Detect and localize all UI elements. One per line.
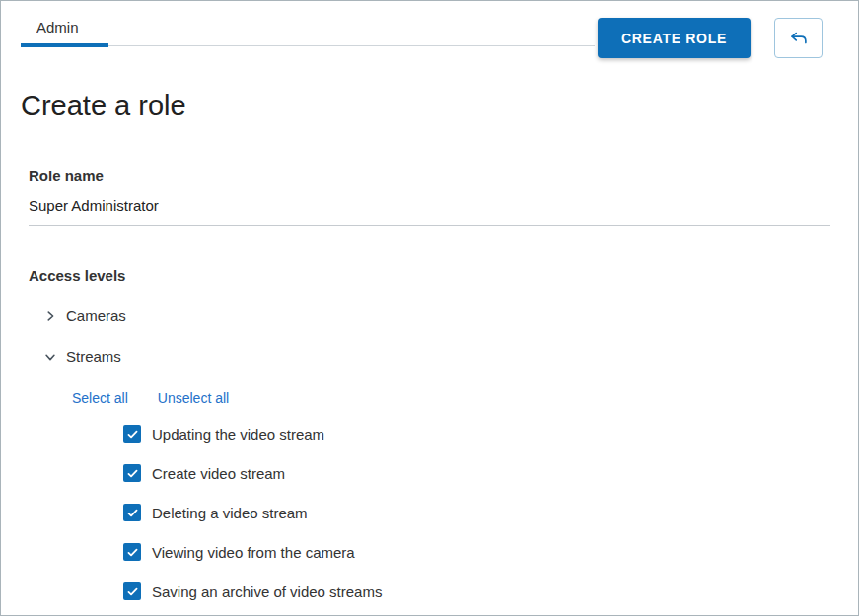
checkbox-checked-icon[interactable] xyxy=(123,543,141,561)
page-title: Create a role xyxy=(21,90,858,122)
permission-row: Viewing video from the camera xyxy=(29,540,830,564)
select-all-link[interactable]: Select all xyxy=(72,390,128,406)
checkbox-checked-icon[interactable] xyxy=(123,464,141,482)
checkbox-checked-icon[interactable] xyxy=(123,425,141,443)
group-streams[interactable]: Streams xyxy=(29,348,830,365)
group-streams-label: Streams xyxy=(66,348,121,365)
bulk-select-links: Select all Unselect all xyxy=(29,390,830,406)
permission-label: Create video stream xyxy=(152,465,285,482)
checkbox-checked-icon[interactable] xyxy=(123,582,141,600)
role-name-label: Role name xyxy=(29,168,830,184)
permission-label: Viewing video from the camera xyxy=(152,544,355,561)
permission-row: Updating the video stream xyxy=(29,422,830,445)
tab-bar: Admin xyxy=(21,11,595,46)
permission-label: Saving an archive of video streams xyxy=(152,583,382,600)
back-button[interactable] xyxy=(774,18,823,58)
permission-row: Create video stream xyxy=(29,461,830,485)
tab-admin-label: Admin xyxy=(36,19,79,35)
create-role-page: Admin CREATE ROLE Create a role Role nam… xyxy=(0,0,859,616)
top-bar: Admin CREATE ROLE xyxy=(1,1,858,64)
permissions-list: Updating the video stream Create video s… xyxy=(29,422,830,603)
permission-label: Deleting a video stream xyxy=(152,505,308,521)
checkbox-checked-icon[interactable] xyxy=(123,504,141,521)
group-cameras-label: Cameras xyxy=(66,308,126,324)
permission-row: Deleting a video stream xyxy=(29,501,830,524)
group-cameras[interactable]: Cameras xyxy=(29,308,830,324)
chevron-right-icon xyxy=(42,308,58,324)
unselect-all-link[interactable]: Unselect all xyxy=(158,390,229,406)
access-levels-label: Access levels xyxy=(29,267,830,284)
tab-admin[interactable]: Admin xyxy=(21,11,108,47)
create-role-button[interactable]: CREATE ROLE xyxy=(598,18,751,58)
permission-row: Saving an archive of video streams xyxy=(29,580,830,603)
role-name-field: Role name xyxy=(29,168,830,226)
undo-arrow-icon xyxy=(788,28,810,49)
access-levels-section: Access levels Cameras Streams Select all… xyxy=(29,267,830,603)
chevron-down-icon xyxy=(42,349,58,365)
top-bar-actions: CREATE ROLE xyxy=(598,18,823,58)
role-name-input[interactable] xyxy=(29,197,830,226)
permission-label: Updating the video stream xyxy=(152,426,324,443)
